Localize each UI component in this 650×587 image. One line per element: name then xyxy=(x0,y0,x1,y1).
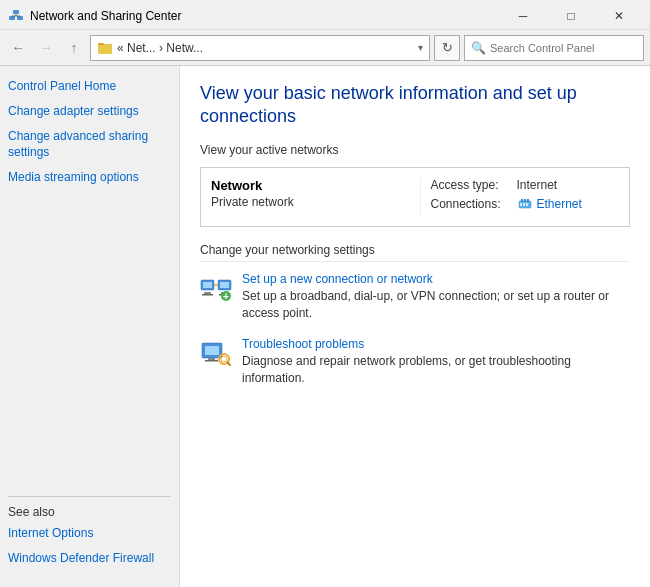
svg-rect-0 xyxy=(9,16,15,20)
sidebar: Control Panel Home Change adapter settin… xyxy=(0,66,180,587)
svg-rect-17 xyxy=(202,294,213,296)
title-bar-left: Network and Sharing Center xyxy=(8,8,181,24)
sidebar-item-control-panel-home[interactable]: Control Panel Home xyxy=(8,78,171,95)
network-type: Private network xyxy=(211,195,400,209)
troubleshoot-icon xyxy=(200,337,232,372)
folder-icon xyxy=(97,40,113,56)
svg-text:+: + xyxy=(223,291,229,302)
ethernet-link[interactable]: Ethernet xyxy=(517,196,582,212)
svg-rect-13 xyxy=(523,203,525,206)
forward-button[interactable]: → xyxy=(34,36,58,60)
network-info: Network Private network xyxy=(211,178,420,216)
content-area: View your basic network information and … xyxy=(180,66,650,587)
main-layout: Control Panel Home Change adapter settin… xyxy=(0,66,650,587)
sidebar-item-internet-options[interactable]: Internet Options xyxy=(8,525,171,542)
svg-rect-27 xyxy=(205,346,219,355)
new-connection-text: Set up a new connection or network Set u… xyxy=(242,272,630,322)
app-icon xyxy=(8,8,24,24)
sidebar-item-windows-firewall[interactable]: Windows Defender Firewall xyxy=(8,550,171,567)
see-also-label: See also xyxy=(8,505,171,519)
svg-point-32 xyxy=(221,356,227,362)
svg-rect-1 xyxy=(17,16,23,20)
svg-rect-7 xyxy=(98,43,104,45)
new-connection-item: + Set up a new connection or network Set… xyxy=(200,272,630,322)
svg-rect-6 xyxy=(98,44,112,54)
svg-rect-2 xyxy=(13,10,19,14)
minimize-button[interactable]: ─ xyxy=(500,5,546,27)
search-input[interactable] xyxy=(490,42,637,54)
title-bar: Network and Sharing Center ─ □ ✕ xyxy=(0,0,650,30)
address-dropdown-icon: ▾ xyxy=(418,42,423,53)
window-title: Network and Sharing Center xyxy=(30,9,181,23)
svg-rect-12 xyxy=(520,203,522,206)
svg-rect-14 xyxy=(526,203,528,206)
troubleshoot-link[interactable]: Troubleshoot problems xyxy=(242,337,630,351)
access-type-label: Access type: xyxy=(431,178,511,192)
svg-line-31 xyxy=(228,363,231,366)
back-button[interactable]: ← xyxy=(6,36,30,60)
page-title: View your basic network information and … xyxy=(200,82,630,129)
search-icon: 🔍 xyxy=(471,41,486,55)
active-networks-header: View your active networks xyxy=(200,143,630,159)
settings-section: Change your networking settings xyxy=(200,243,630,387)
networks-grid: Network Private network Access type: Int… xyxy=(201,168,629,226)
new-connection-icon: + xyxy=(200,272,232,307)
address-box[interactable]: « Net... › Netw... ▾ xyxy=(90,35,430,61)
svg-rect-22 xyxy=(220,282,229,288)
search-box[interactable]: 🔍 xyxy=(464,35,644,61)
network-name: Network xyxy=(211,178,400,193)
window-controls: ─ □ ✕ xyxy=(500,5,642,27)
ethernet-label: Ethernet xyxy=(537,197,582,211)
access-type-row: Access type: Internet xyxy=(431,178,620,192)
new-connection-desc: Set up a broadband, dial-up, or VPN conn… xyxy=(242,289,609,320)
sidebar-item-change-adapter[interactable]: Change adapter settings xyxy=(8,103,171,120)
sidebar-item-media-streaming[interactable]: Media streaming options xyxy=(8,169,171,186)
svg-rect-16 xyxy=(204,292,211,294)
svg-rect-28 xyxy=(208,358,215,360)
maximize-button[interactable]: □ xyxy=(548,5,594,27)
new-connection-link[interactable]: Set up a new connection or network xyxy=(242,272,630,286)
svg-rect-18 xyxy=(203,282,212,288)
connections-row: Connections: xyxy=(431,196,620,212)
svg-rect-11 xyxy=(527,199,529,202)
active-networks-box: Network Private network Access type: Int… xyxy=(200,167,630,227)
access-type-value: Internet xyxy=(517,178,558,192)
sidebar-top: Control Panel Home Change adapter settin… xyxy=(8,78,171,194)
address-part1: « Net... › Netw... xyxy=(117,41,414,55)
svg-rect-9 xyxy=(521,199,523,202)
troubleshoot-desc: Diagnose and repair network problems, or… xyxy=(242,354,571,385)
sidebar-item-change-advanced[interactable]: Change advanced sharing settings xyxy=(8,128,171,162)
network-access: Access type: Internet Connections: xyxy=(420,178,620,216)
troubleshoot-text: Troubleshoot problems Diagnose and repai… xyxy=(242,337,630,387)
up-button[interactable]: ↑ xyxy=(62,36,86,60)
svg-rect-10 xyxy=(524,199,526,202)
settings-header: Change your networking settings xyxy=(200,243,630,262)
troubleshoot-icon-svg xyxy=(200,337,232,369)
sidebar-see-also: See also Internet Options Windows Defend… xyxy=(8,496,171,575)
address-bar: ← → ↑ « Net... › Netw... ▾ ↻ 🔍 xyxy=(0,30,650,66)
refresh-button[interactable]: ↻ xyxy=(434,35,460,61)
svg-rect-29 xyxy=(205,360,218,362)
connections-label: Connections: xyxy=(431,197,511,211)
close-button[interactable]: ✕ xyxy=(596,5,642,27)
new-connection-icon-svg: + xyxy=(200,272,232,304)
ethernet-icon xyxy=(517,196,533,212)
troubleshoot-item: Troubleshoot problems Diagnose and repai… xyxy=(200,337,630,387)
